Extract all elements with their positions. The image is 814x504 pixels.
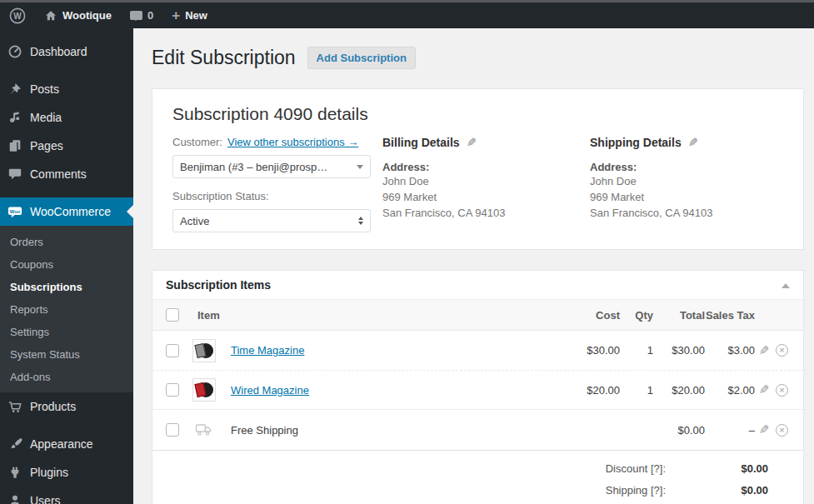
- plus-icon: +: [172, 8, 180, 22]
- sidebar-item-users[interactable]: Users: [0, 487, 133, 504]
- status-select-value: Active: [180, 215, 209, 227]
- chevron-down-icon: [357, 165, 363, 172]
- sidebar-item-woocommerce[interactable]: Woo WooCommerce: [0, 197, 133, 226]
- add-subscription-button[interactable]: Add Subscription: [307, 47, 416, 69]
- edit-item-icon[interactable]: ✎: [759, 422, 770, 437]
- media-icon: [7, 109, 23, 126]
- billing-column: Billing Details ✎ Address: John Doe 969 …: [382, 136, 590, 232]
- admin-sidebar: Dashboard Posts Media Pages Commen: [0, 28, 133, 504]
- billing-address-line: 969 Market: [382, 189, 590, 205]
- pushpin-icon: [7, 81, 23, 97]
- row-checkbox[interactable]: [166, 423, 179, 437]
- wp-logo-menu[interactable]: W: [0, 2, 35, 28]
- sidebar-item-products[interactable]: Products: [0, 392, 133, 421]
- submenu-item-coupons[interactable]: Coupons: [0, 253, 133, 276]
- row-checkbox[interactable]: [166, 344, 179, 357]
- row-checkbox[interactable]: [166, 383, 179, 397]
- submenu-item-orders[interactable]: Orders: [0, 231, 133, 253]
- column-header-qty: Qty: [620, 309, 653, 322]
- sidebar-item-comments[interactable]: Comments: [0, 160, 133, 188]
- woocommerce-submenu: Orders Coupons Subscriptions Reports Set…: [0, 226, 133, 392]
- column-header-cost: Cost: [568, 309, 620, 322]
- subscription-details-title: Subscription 4090 details: [172, 104, 783, 124]
- delete-item-icon[interactable]: ×: [776, 424, 788, 437]
- product-link[interactable]: Time Magazine: [231, 344, 304, 357]
- table-row: Wired Magazine $20.00 1 $20.00 $2.00 ✎ ×: [152, 370, 803, 409]
- paintbrush-icon: [7, 436, 23, 452]
- main-content: Edit Subscription Add Subscription Subsc…: [133, 28, 814, 504]
- item-cost: $30.00: [568, 344, 620, 357]
- column-header-item: Item: [197, 309, 568, 322]
- items-table-body: Time Magazine $30.00 1 $30.00 $3.00 ✎ × …: [152, 331, 803, 409]
- column-header-sales-tax: Sales Tax: [705, 309, 755, 322]
- shipping-total-label: Shipping [?]:: [606, 484, 666, 497]
- submenu-item-system-status[interactable]: System Status: [0, 343, 133, 366]
- dashboard-icon: [7, 43, 23, 60]
- site-name-link[interactable]: Wootique: [35, 2, 121, 28]
- submenu-item-reports[interactable]: Reports: [0, 298, 133, 321]
- cart-icon: [7, 398, 23, 415]
- admin-bar: W Wootique 0 + New: [0, 2, 814, 28]
- discount-label: Discount [?]:: [606, 462, 666, 475]
- wordpress-admin-screen: W Wootique 0 + New Dashboard: [0, 0, 814, 504]
- page-title: Edit Subscription: [152, 45, 296, 70]
- billing-address-line: John Doe: [382, 173, 590, 189]
- sidebar-item-appearance[interactable]: Appearance: [0, 430, 133, 458]
- billing-address-label: Address:: [382, 161, 590, 173]
- new-label: New: [185, 9, 207, 22]
- product-link[interactable]: Wired Magazine: [231, 384, 309, 397]
- woocommerce-icon: Woo: [7, 203, 23, 220]
- customer-select[interactable]: Benjiman (#3 – benji@prosp…: [172, 155, 371, 178]
- sidebar-item-posts[interactable]: Posts: [0, 75, 133, 103]
- sidebar-item-pages[interactable]: Pages: [0, 132, 133, 160]
- total-row-discount: Discount [?]: $0.00: [167, 462, 768, 475]
- shipping-total-value: $0.00: [666, 484, 768, 497]
- edit-item-icon[interactable]: ✎: [759, 382, 770, 397]
- sidebar-item-media[interactable]: Media: [0, 103, 133, 132]
- sidebar-item-label: Dashboard: [30, 45, 87, 58]
- active-menu-arrow: [120, 205, 133, 218]
- subscription-status-select[interactable]: Active: [172, 209, 371, 232]
- shipping-address-label: Address:: [590, 161, 783, 173]
- collapse-panel-icon[interactable]: [782, 279, 790, 288]
- shipping-line-row: Free Shipping $0.00 – ✎ ×: [152, 409, 803, 451]
- select-all-checkbox[interactable]: [166, 308, 179, 322]
- delete-item-icon[interactable]: ×: [776, 384, 788, 397]
- delete-item-icon[interactable]: ×: [776, 344, 788, 357]
- sidebar-item-label: Pages: [30, 139, 63, 152]
- item-cost: $20.00: [568, 384, 620, 397]
- shipping-sales-tax: –: [705, 424, 755, 437]
- sidebar-item-label: Users: [30, 494, 61, 504]
- shipping-address-line: John Doe: [590, 173, 783, 189]
- edit-billing-icon[interactable]: ✎: [467, 136, 477, 149]
- menu-separator: [0, 421, 133, 430]
- edit-shipping-icon[interactable]: ✎: [688, 136, 698, 149]
- sidebar-item-plugins[interactable]: Plugins: [0, 458, 133, 487]
- sidebar-item-label: Plugins: [30, 466, 68, 479]
- svg-text:W: W: [13, 12, 22, 21]
- menu-separator: [0, 188, 133, 197]
- select-updown-icon: [358, 214, 363, 227]
- item-total: $30.00: [653, 344, 705, 357]
- comments-indicator[interactable]: 0: [121, 2, 162, 28]
- submenu-item-add-ons[interactable]: Add-ons: [0, 366, 133, 388]
- menu-separator: [0, 66, 133, 75]
- sidebar-item-label: WooCommerce: [30, 205, 111, 218]
- view-other-subscriptions-link[interactable]: View other subscriptions →: [227, 136, 358, 148]
- subscription-items-panel: Subscription Items Item Cost Qty Total S…: [152, 270, 804, 504]
- items-table-header: Item Cost Qty Total Sales Tax: [152, 300, 803, 331]
- svg-text:Woo: Woo: [10, 209, 21, 214]
- wordpress-logo-icon: W: [9, 7, 26, 24]
- window-top-strip: [0, 0, 814, 2]
- new-content-menu[interactable]: + New: [162, 2, 217, 28]
- submenu-item-settings[interactable]: Settings: [0, 321, 133, 343]
- sidebar-item-dashboard[interactable]: Dashboard: [0, 37, 133, 66]
- submenu-item-subscriptions[interactable]: Subscriptions: [0, 276, 133, 298]
- shipping-total: $0.00: [653, 424, 705, 437]
- edit-item-icon[interactable]: ✎: [759, 343, 770, 358]
- sidebar-item-label: Posts: [30, 82, 59, 96]
- shipping-details-title: Shipping Details: [590, 136, 682, 149]
- product-thumbnail: [192, 339, 216, 362]
- comment-count: 0: [147, 9, 153, 22]
- home-icon: [44, 9, 57, 22]
